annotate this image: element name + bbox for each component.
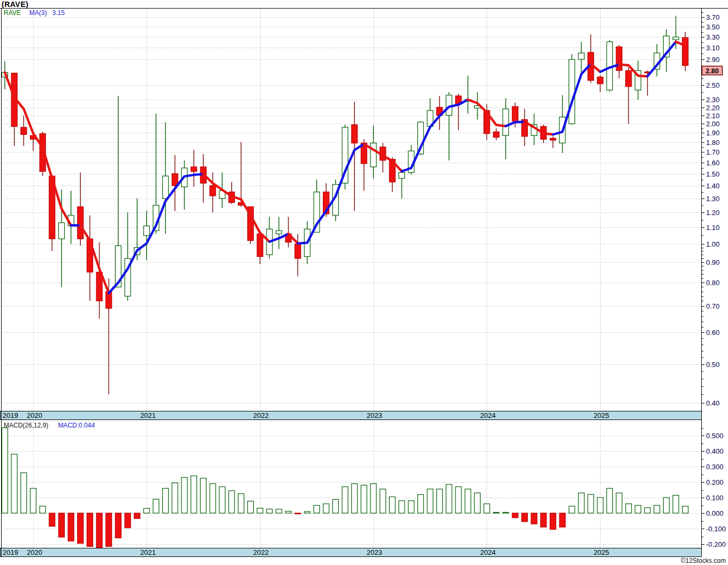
price-axis-label: 3.10	[706, 44, 719, 52]
macd-bar-positive	[578, 493, 584, 513]
macd-bar-positive	[474, 493, 480, 513]
candle-down	[172, 174, 178, 186]
macd-bar-negative	[115, 513, 121, 538]
price-axis-label: 3.70	[706, 13, 719, 21]
macd-axis-label: 0.400	[706, 447, 724, 455]
macd-bar-positive	[465, 489, 471, 513]
macd-bar-positive	[314, 506, 320, 514]
macd-axis: 0.5000.4000.3000.2000.1000.000-0.100-0.2…	[701, 429, 726, 549]
candle-up	[163, 176, 169, 198]
year-label: 2021	[140, 548, 156, 556]
price-axis-label: 0.50	[706, 361, 719, 369]
macd-bar-positive	[11, 454, 17, 513]
gridlines	[3, 9, 701, 548]
price-legend: RAVEMA(3)3.15	[4, 9, 70, 17]
stock-chart-canvas[interactable]: 2019201920202020202120212022202220232023…	[0, 0, 728, 565]
macd-bar-positive	[673, 495, 679, 513]
macd-bar-positive	[21, 473, 27, 513]
macd-bar-positive	[380, 489, 386, 513]
macd-bar-positive	[427, 489, 433, 513]
macd-bar-positive	[569, 506, 575, 513]
macd-bar-positive	[370, 484, 376, 513]
macd-axis-label: -0.100	[706, 525, 726, 533]
candle-up	[276, 231, 282, 234]
price-axis-label: 1.50	[706, 170, 719, 178]
price-axis-label: 1.40	[706, 182, 719, 190]
year-label: 2022	[253, 411, 269, 419]
price-axis-label: 0.40	[706, 399, 719, 407]
macd-axis-label: 0.100	[706, 494, 724, 502]
macd-bar-positive	[181, 477, 187, 513]
macd-bar-positive	[503, 513, 509, 513]
legend-ma-value: 3.15	[52, 9, 64, 17]
macd-bar-negative	[96, 513, 102, 548]
macd-bar-positive	[644, 508, 650, 513]
candle-up	[569, 59, 575, 124]
price-axis-label: 3.50	[706, 23, 719, 31]
price-axis-label: 2.30	[706, 96, 719, 104]
macd-bar-positive	[40, 506, 46, 513]
macd-bar-positive	[248, 501, 254, 513]
macd-bar-positive	[191, 476, 197, 513]
candle-up	[370, 143, 376, 167]
price-axis-label: 1.60	[706, 159, 719, 167]
price-axis-label: 2.00	[706, 120, 719, 128]
price-axis-label: 1.70	[706, 148, 719, 156]
macd-bar-positive	[200, 478, 206, 513]
year-label: 2024	[480, 548, 496, 556]
macd-params-label: MACD(26,12,9)	[4, 422, 48, 429]
macd-bar-positive	[304, 511, 310, 513]
macd-bar-negative	[125, 513, 131, 528]
year-label: 2025	[594, 411, 609, 419]
macd-axis-label: 0.000	[706, 509, 724, 517]
macd-bar-positive	[361, 485, 367, 513]
macd-bar-negative	[550, 513, 556, 529]
macd-axis-label: 0.300	[706, 463, 724, 471]
candle-down	[682, 37, 688, 65]
macd-bar-negative	[58, 513, 64, 537]
macd-bar-positive	[437, 489, 443, 513]
macd-bar-positive	[332, 499, 338, 513]
macd-bar-negative	[295, 513, 301, 514]
macd-bar-negative	[512, 513, 518, 518]
candle-down	[550, 138, 556, 140]
macd-legend: MACD(26,12,9)MACD:0.044	[4, 422, 95, 429]
candle-up	[673, 37, 679, 40]
stock-chart-page: 2019201920202020202120212022202220232023…	[0, 0, 728, 565]
candle-up	[399, 172, 405, 178]
year-label: 2024	[480, 411, 496, 419]
macd-axis-label: 0.500	[706, 432, 724, 440]
macd-bar-positive	[238, 494, 244, 513]
macd-bar-positive	[682, 506, 688, 513]
watermark: ©12Stocks.com	[681, 557, 726, 564]
year-label: 2023	[367, 548, 382, 556]
macd-bar-positive	[352, 484, 358, 513]
macd-bar-positive	[276, 509, 282, 513]
last-price-tag-text: 2.80	[706, 67, 718, 75]
macd-bar-positive	[172, 483, 178, 513]
macd-bar-positive	[285, 511, 291, 513]
candle-up	[143, 226, 149, 235]
ma-segment-down	[203, 174, 270, 241]
candle-down	[257, 234, 263, 256]
candle-down	[295, 244, 301, 258]
axis-strips: 2019201920202020202120212022202220232023…	[1, 411, 702, 557]
candle-down	[191, 167, 197, 171]
ma-segment-up	[648, 42, 676, 77]
year-label: 2020	[27, 411, 42, 419]
macd-bar-positive	[163, 488, 169, 513]
year-label: 2022	[253, 548, 269, 556]
price-axis-label: 1.30	[706, 195, 719, 203]
macd-bar-positive	[210, 484, 216, 513]
ma-segment-up	[298, 144, 364, 243]
macd-bar-positive	[399, 501, 405, 513]
macd-bar-negative	[106, 513, 112, 546]
macd-bar-positive	[267, 509, 272, 513]
candle-down	[494, 132, 499, 137]
candle-down	[352, 125, 358, 143]
year-label: 2023	[367, 411, 382, 419]
price-axis-label: 0.80	[706, 279, 719, 287]
macd-bar-positive	[484, 504, 490, 513]
macd-bar-positive	[494, 513, 499, 513]
macd-bar-positive	[257, 508, 263, 513]
